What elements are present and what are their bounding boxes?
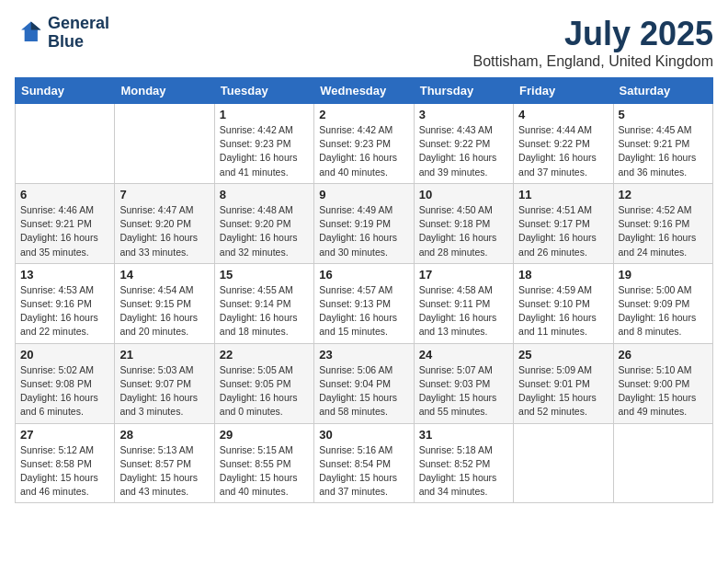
day-number: 14 bbox=[119, 268, 209, 282]
day-info: Sunrise: 5:18 AM Sunset: 8:52 PM Dayligh… bbox=[419, 443, 508, 500]
week-row-4: 20Sunrise: 5:02 AM Sunset: 9:08 PM Dayli… bbox=[16, 343, 713, 423]
day-info: Sunrise: 4:52 AM Sunset: 9:16 PM Dayligh… bbox=[619, 203, 708, 259]
day-cell: 13Sunrise: 4:53 AM Sunset: 9:16 PM Dayli… bbox=[16, 263, 115, 343]
day-cell: 7Sunrise: 4:47 AM Sunset: 9:20 PM Daylig… bbox=[115, 183, 214, 263]
day-number: 11 bbox=[518, 188, 608, 201]
day-number: 16 bbox=[319, 268, 408, 282]
weekday-header-row: SundayMondayTuesdayWednesdayThursdayFrid… bbox=[16, 78, 713, 104]
weekday-header-sunday: Sunday bbox=[16, 78, 115, 104]
day-number: 24 bbox=[419, 348, 508, 362]
logo-icon bbox=[15, 18, 44, 48]
day-info: Sunrise: 5:02 AM Sunset: 9:08 PM Dayligh… bbox=[20, 363, 109, 419]
day-cell: 8Sunrise: 4:48 AM Sunset: 9:20 PM Daylig… bbox=[214, 183, 313, 263]
day-number: 26 bbox=[619, 348, 708, 362]
day-info: Sunrise: 4:46 AM Sunset: 9:21 PM Dayligh… bbox=[20, 203, 109, 259]
day-cell: 18Sunrise: 4:59 AM Sunset: 9:10 PM Dayli… bbox=[514, 263, 613, 343]
day-info: Sunrise: 5:15 AM Sunset: 8:55 PM Dayligh… bbox=[220, 443, 309, 500]
week-row-1: 1Sunrise: 4:42 AM Sunset: 9:23 PM Daylig… bbox=[16, 104, 713, 184]
day-cell: 29Sunrise: 5:15 AM Sunset: 8:55 PM Dayli… bbox=[214, 423, 313, 503]
day-cell: 3Sunrise: 4:43 AM Sunset: 9:22 PM Daylig… bbox=[414, 104, 513, 184]
day-number: 17 bbox=[419, 268, 508, 282]
day-info: Sunrise: 5:00 AM Sunset: 9:09 PM Dayligh… bbox=[619, 283, 708, 339]
day-info: Sunrise: 4:54 AM Sunset: 9:15 PM Dayligh… bbox=[119, 283, 209, 339]
day-number: 25 bbox=[518, 348, 608, 362]
weekday-header-tuesday: Tuesday bbox=[214, 78, 313, 104]
day-cell bbox=[613, 423, 712, 503]
day-cell: 5Sunrise: 4:45 AM Sunset: 9:21 PM Daylig… bbox=[613, 104, 712, 184]
day-cell: 6Sunrise: 4:46 AM Sunset: 9:21 PM Daylig… bbox=[16, 183, 115, 263]
calendar-table: SundayMondayTuesdayWednesdayThursdayFrid… bbox=[15, 77, 713, 503]
day-cell: 16Sunrise: 4:57 AM Sunset: 9:13 PM Dayli… bbox=[314, 263, 414, 343]
day-cell: 24Sunrise: 5:07 AM Sunset: 9:03 PM Dayli… bbox=[414, 343, 513, 423]
day-info: Sunrise: 4:55 AM Sunset: 9:14 PM Dayligh… bbox=[220, 283, 309, 339]
day-info: Sunrise: 5:05 AM Sunset: 9:05 PM Dayligh… bbox=[220, 363, 309, 419]
day-info: Sunrise: 4:43 AM Sunset: 9:22 PM Dayligh… bbox=[419, 123, 508, 179]
day-cell bbox=[514, 423, 613, 503]
day-info: Sunrise: 4:57 AM Sunset: 9:13 PM Dayligh… bbox=[319, 283, 408, 339]
day-cell: 2Sunrise: 4:42 AM Sunset: 9:23 PM Daylig… bbox=[314, 104, 414, 184]
day-cell: 4Sunrise: 4:44 AM Sunset: 9:22 PM Daylig… bbox=[514, 104, 613, 184]
day-cell: 22Sunrise: 5:05 AM Sunset: 9:05 PM Dayli… bbox=[214, 343, 313, 423]
day-number: 2 bbox=[319, 108, 408, 121]
title-block: July 2025 Bottisham, England, United Kin… bbox=[473, 15, 713, 70]
day-info: Sunrise: 5:12 AM Sunset: 8:58 PM Dayligh… bbox=[20, 443, 109, 500]
day-cell: 15Sunrise: 4:55 AM Sunset: 9:14 PM Dayli… bbox=[214, 263, 313, 343]
day-number: 15 bbox=[220, 268, 309, 282]
day-info: Sunrise: 5:10 AM Sunset: 9:00 PM Dayligh… bbox=[619, 363, 708, 419]
day-info: Sunrise: 4:58 AM Sunset: 9:11 PM Dayligh… bbox=[419, 283, 508, 339]
day-info: Sunrise: 4:50 AM Sunset: 9:18 PM Dayligh… bbox=[419, 203, 508, 259]
logo-text: General Blue bbox=[48, 15, 109, 52]
weekday-header-monday: Monday bbox=[115, 78, 214, 104]
day-number: 8 bbox=[220, 188, 309, 201]
day-info: Sunrise: 5:13 AM Sunset: 8:57 PM Dayligh… bbox=[119, 443, 209, 500]
day-number: 21 bbox=[119, 348, 209, 362]
weekday-header-wednesday: Wednesday bbox=[314, 78, 414, 104]
day-info: Sunrise: 4:42 AM Sunset: 9:23 PM Dayligh… bbox=[319, 123, 408, 179]
day-cell: 23Sunrise: 5:06 AM Sunset: 9:04 PM Dayli… bbox=[314, 343, 414, 423]
day-info: Sunrise: 4:42 AM Sunset: 9:23 PM Dayligh… bbox=[220, 123, 309, 179]
day-cell: 14Sunrise: 4:54 AM Sunset: 9:15 PM Dayli… bbox=[115, 263, 214, 343]
day-info: Sunrise: 4:44 AM Sunset: 9:22 PM Dayligh… bbox=[518, 123, 608, 179]
day-cell: 27Sunrise: 5:12 AM Sunset: 8:58 PM Dayli… bbox=[16, 423, 115, 503]
day-cell: 31Sunrise: 5:18 AM Sunset: 8:52 PM Dayli… bbox=[414, 423, 513, 503]
day-number: 19 bbox=[619, 268, 708, 282]
day-cell: 25Sunrise: 5:09 AM Sunset: 9:01 PM Dayli… bbox=[514, 343, 613, 423]
day-cell: 26Sunrise: 5:10 AM Sunset: 9:00 PM Dayli… bbox=[613, 343, 712, 423]
day-number: 7 bbox=[119, 188, 209, 201]
day-number: 12 bbox=[619, 188, 708, 201]
day-number: 3 bbox=[419, 108, 508, 121]
week-row-2: 6Sunrise: 4:46 AM Sunset: 9:21 PM Daylig… bbox=[16, 183, 713, 263]
day-number: 18 bbox=[518, 268, 608, 282]
day-number: 9 bbox=[319, 188, 408, 201]
day-number: 5 bbox=[619, 108, 708, 121]
day-info: Sunrise: 4:53 AM Sunset: 9:16 PM Dayligh… bbox=[20, 283, 109, 339]
day-number: 22 bbox=[220, 348, 309, 362]
day-cell bbox=[16, 104, 115, 184]
day-number: 27 bbox=[20, 428, 109, 442]
weekday-header-saturday: Saturday bbox=[613, 78, 712, 104]
calendar-location: Bottisham, England, United Kingdom bbox=[473, 53, 713, 70]
day-cell bbox=[115, 104, 214, 184]
day-cell: 12Sunrise: 4:52 AM Sunset: 9:16 PM Dayli… bbox=[613, 183, 712, 263]
day-cell: 30Sunrise: 5:16 AM Sunset: 8:54 PM Dayli… bbox=[314, 423, 414, 503]
day-number: 31 bbox=[419, 428, 508, 442]
day-info: Sunrise: 5:03 AM Sunset: 9:07 PM Dayligh… bbox=[119, 363, 209, 419]
day-number: 4 bbox=[518, 108, 608, 121]
day-number: 29 bbox=[220, 428, 309, 442]
day-number: 1 bbox=[220, 108, 309, 121]
day-info: Sunrise: 4:49 AM Sunset: 9:19 PM Dayligh… bbox=[319, 203, 408, 259]
day-cell: 28Sunrise: 5:13 AM Sunset: 8:57 PM Dayli… bbox=[115, 423, 214, 503]
week-row-3: 13Sunrise: 4:53 AM Sunset: 9:16 PM Dayli… bbox=[16, 263, 713, 343]
day-info: Sunrise: 5:09 AM Sunset: 9:01 PM Dayligh… bbox=[518, 363, 608, 419]
day-number: 10 bbox=[419, 188, 508, 201]
day-info: Sunrise: 4:51 AM Sunset: 9:17 PM Dayligh… bbox=[518, 203, 608, 259]
day-info: Sunrise: 4:45 AM Sunset: 9:21 PM Dayligh… bbox=[619, 123, 708, 179]
weekday-header-friday: Friday bbox=[514, 78, 613, 104]
weekday-header-thursday: Thursday bbox=[414, 78, 513, 104]
day-number: 30 bbox=[319, 428, 408, 442]
calendar-title: July 2025 bbox=[473, 15, 713, 53]
day-cell: 21Sunrise: 5:03 AM Sunset: 9:07 PM Dayli… bbox=[115, 343, 214, 423]
day-number: 6 bbox=[20, 188, 109, 201]
day-cell: 10Sunrise: 4:50 AM Sunset: 9:18 PM Dayli… bbox=[414, 183, 513, 263]
logo: General Blue bbox=[15, 15, 109, 52]
